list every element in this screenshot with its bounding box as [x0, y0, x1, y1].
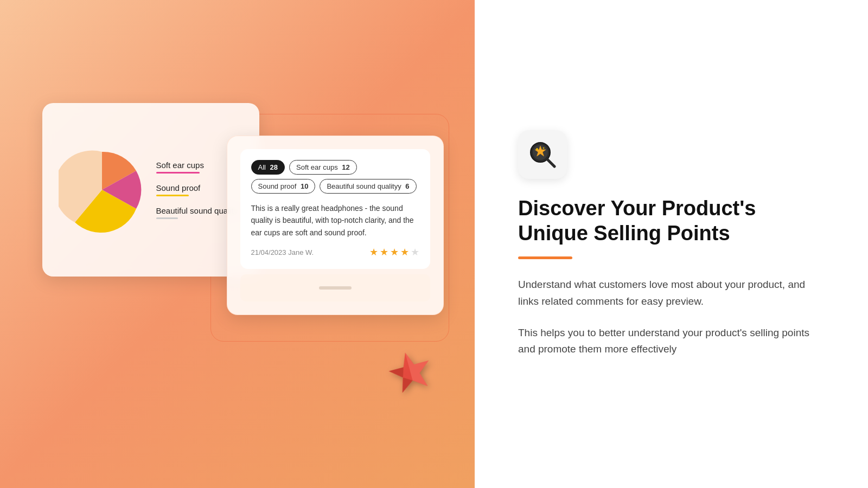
- svg-point-7: [536, 148, 538, 150]
- tags-row: All 28 Soft ear cups 12 Sound proof 10 B…: [251, 160, 419, 194]
- review-date: 21/04/2023 Jane W.: [251, 248, 314, 256]
- legend-label-2: Sound proof: [156, 183, 238, 192]
- description-2: This helps you to better understand your…: [518, 325, 825, 358]
- title-line2: Unique Selling Points: [518, 222, 730, 245]
- pie-legend: Soft ear cups Sound proof Beautiful soun…: [156, 160, 238, 219]
- app-icon: [526, 138, 559, 171]
- tag-soft-ear-cups[interactable]: Soft ear cups 12: [289, 160, 357, 175]
- legend-bar-2: [156, 195, 189, 196]
- star-2: ★: [380, 246, 388, 258]
- tag-beautiful-sound-count: 6: [405, 182, 409, 190]
- left-panel: Soft ear cups Sound proof Beautiful soun…: [0, 0, 475, 488]
- tag-beautiful-sound[interactable]: Beautiful sound qualityy 6: [320, 179, 416, 194]
- legend-label-1: Soft ear cups: [156, 160, 238, 170]
- description-1: Understand what customers love most abou…: [518, 277, 825, 310]
- svg-line-6: [547, 159, 554, 166]
- pie-chart: [59, 146, 145, 233]
- tag-all-count: 28: [270, 163, 278, 171]
- star-rating: ★ ★ ★ ★ ★: [369, 246, 419, 258]
- review-card-scroll: [240, 274, 430, 301]
- right-panel: Discover Your Product's Unique Selling P…: [475, 0, 868, 488]
- title-line1: Discover Your Product's: [518, 197, 756, 220]
- legend-bar-3: [156, 217, 178, 219]
- star-5: ★: [411, 246, 419, 258]
- star-decoration: [383, 344, 438, 406]
- legend-item-2: Sound proof: [156, 183, 238, 196]
- scene-container: Soft ear cups Sound proof Beautiful soun…: [31, 60, 444, 428]
- legend-bar-1: [156, 172, 200, 174]
- tag-sound-proof[interactable]: Sound proof 10: [251, 179, 316, 194]
- star-1: ★: [369, 246, 378, 258]
- review-card-inner: All 28 Soft ear cups 12 Sound proof 10 B…: [240, 149, 430, 269]
- legend-label-3: Beautiful sound quality: [156, 206, 238, 215]
- legend-item-1: Soft ear cups: [156, 160, 238, 174]
- svg-point-8: [543, 147, 545, 149]
- page-title: Discover Your Product's Unique Selling P…: [518, 196, 825, 246]
- app-icon-wrapper: [518, 130, 567, 179]
- tag-soft-ear-cups-count: 12: [342, 163, 349, 171]
- review-text: This is a really great headphones - the …: [251, 202, 419, 239]
- star-3: ★: [390, 246, 399, 258]
- star-4: ★: [400, 246, 409, 258]
- tag-sound-proof-count: 10: [301, 182, 308, 190]
- review-meta: 21/04/2023 Jane W. ★ ★ ★ ★ ★: [251, 246, 419, 258]
- review-card: All 28 Soft ear cups 12 Sound proof 10 B…: [227, 136, 444, 315]
- accent-bar: [518, 256, 572, 259]
- tag-all[interactable]: All 28: [251, 160, 285, 175]
- legend-item-3: Beautiful sound quality: [156, 206, 238, 219]
- scroll-bar: [319, 286, 352, 290]
